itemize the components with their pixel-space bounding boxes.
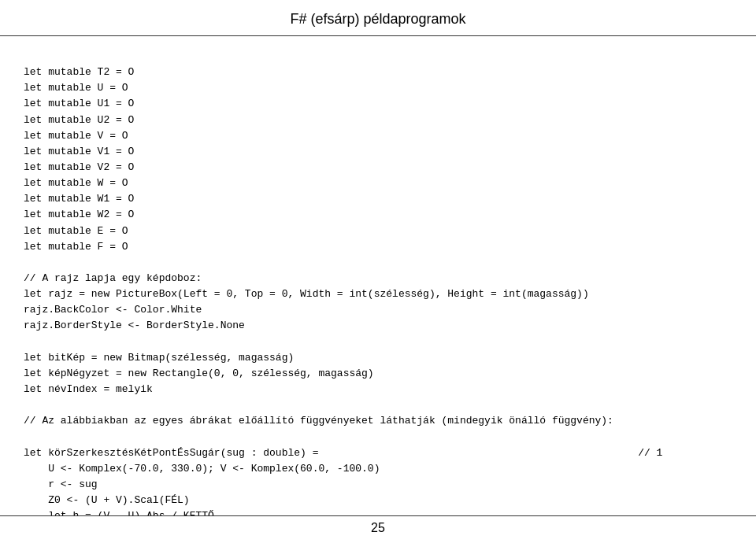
code-line-z0: Z0 <- (U + V).Scal(FÉL) — [24, 494, 190, 506]
code-line-blank-1 — [24, 257, 30, 268]
code-line-1: let mutable T2 = O — [24, 66, 134, 78]
code-line-kepnegyzet: let képNégyzet = new Rectangle(0, 0, szé… — [24, 368, 374, 379]
code-line-blank-3 — [24, 399, 30, 411]
code-line-3: let mutable U1 = O — [24, 98, 134, 109]
code-line-borderstyle: rajz.BorderStyle <- BorderStyle.None — [24, 320, 245, 331]
code-line-4: let mutable U2 = O — [24, 114, 134, 126]
code-line-nevindex: let névIndex = melyik — [24, 383, 153, 395]
code-line-11: let mutable E = O — [24, 225, 128, 237]
code-line-9: let mutable W1 = O — [24, 193, 134, 205]
code-line-7: let mutable V2 = O — [24, 161, 134, 173]
code-line-uv: U <- Komplex(-70.0, 330.0); V <- Komplex… — [24, 463, 380, 475]
code-line-blank-2 — [24, 336, 30, 348]
code-line-6: let mutable V1 = O — [24, 146, 134, 157]
code-line-5: let mutable V = O — [24, 130, 128, 142]
code-line-12: let mutable F = O — [24, 241, 128, 253]
code-line-h: let h = (V - U).Abs / KETTŐ — [24, 510, 214, 515]
page-footer: 25 — [0, 515, 756, 543]
content-area: let mutable T2 = O let mutable U = O let… — [0, 36, 756, 515]
page-header: F# (efsárp) példaprogramok — [0, 0, 756, 36]
page-title: F# (efsárp) példaprogramok — [0, 11, 756, 28]
code-line-rajz: let rajz = new PictureBox(Left = 0, Top … — [24, 288, 589, 300]
code-line-backcolor: rajz.BackColor <- Color.White — [24, 304, 202, 316]
page-number: 25 — [371, 521, 385, 534]
page-container: F# (efsárp) példaprogramok let mutable T… — [0, 0, 756, 543]
code-line-r: r <- sug — [24, 478, 98, 490]
code-line-comment-1: // A rajz lapja egy képdoboz: — [24, 272, 202, 284]
code-line-comment-2: // Az alábbiakban az egyes ábrákat előál… — [24, 415, 613, 427]
code-line-blank-4 — [24, 430, 30, 442]
code-line-2: let mutable U = O — [24, 82, 128, 94]
code-line-bitkep: let bitKép = new Bitmap(szélesség, magas… — [24, 352, 294, 364]
code-block: let mutable T2 = O let mutable U = O let… — [24, 49, 732, 515]
code-line-8: let mutable W = O — [24, 177, 128, 189]
code-line-korfunc: let körSzerkesztésKétPontÉsSugár(sug : d… — [24, 447, 662, 459]
code-line-10: let mutable W2 = O — [24, 209, 134, 220]
